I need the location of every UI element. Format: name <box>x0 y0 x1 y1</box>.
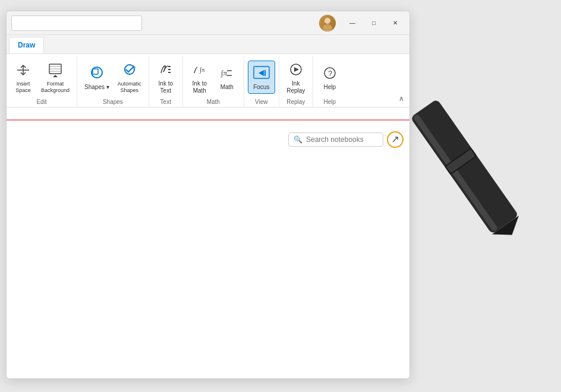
ribbon-group-math: ∫π Ink toMath ∫π Math <box>183 56 244 107</box>
replay-group-items: InkReplay <box>283 56 309 97</box>
red-line <box>7 119 409 121</box>
shapes-group-items: Shapes ▾ AutomaticShapes <box>81 56 145 97</box>
search-input[interactable] <box>306 135 377 144</box>
ink-to-math-label: Ink toMath <box>193 80 207 94</box>
ribbon-collapse-button[interactable]: ∧ <box>395 93 407 105</box>
help-label: Help <box>323 84 336 91</box>
search-bar-area: 🔍 <box>288 131 404 148</box>
svg-marker-23 <box>294 67 299 72</box>
title-bar-controls: — □ ✕ <box>319 15 405 31</box>
svg-rect-27 <box>413 114 499 232</box>
svg-point-0 <box>324 18 330 24</box>
svg-marker-8 <box>53 75 58 77</box>
svg-point-1 <box>323 24 332 31</box>
ribbon-group-view: Focus View <box>244 56 279 107</box>
avatar-image <box>319 15 336 31</box>
svg-marker-30 <box>492 216 526 244</box>
ribbon: InsertSpace FormatBackground <box>7 54 409 108</box>
avatar <box>319 15 336 31</box>
svg-rect-26 <box>410 99 519 234</box>
ink-to-math-icon: ∫π <box>190 60 209 79</box>
search-icon: 🔍 <box>294 135 302 144</box>
focus-icon <box>252 64 271 83</box>
svg-rect-28 <box>445 147 477 175</box>
pen-illustration <box>389 71 561 249</box>
svg-rect-10 <box>93 69 98 74</box>
ink-to-text-label: Ink toText <box>159 80 173 94</box>
svg-text:∫π: ∫π <box>199 66 205 74</box>
help-group-label: Help <box>323 97 336 107</box>
minimize-button[interactable]: — <box>343 15 362 31</box>
focus-label: Focus <box>253 84 269 91</box>
math-group-label: Math <box>207 97 220 107</box>
svg-text:?: ? <box>328 69 332 78</box>
automatic-shapes-label: AutomaticShapes <box>118 81 141 94</box>
shapes-button[interactable]: Shapes ▾ <box>81 61 113 93</box>
shapes-label: Shapes ▾ <box>84 84 109 91</box>
maximize-button[interactable]: □ <box>364 15 383 31</box>
text-group-items: Ink toText <box>153 56 179 97</box>
math-label: Math <box>220 84 234 91</box>
format-background-icon <box>46 61 65 80</box>
shapes-group-label: Shapes <box>103 97 123 107</box>
help-button[interactable]: ? Help <box>317 61 343 93</box>
expand-icon <box>391 135 399 144</box>
ribbon-group-replay: InkReplay Replay <box>279 56 313 107</box>
math-button[interactable]: ∫π Math <box>214 61 240 93</box>
edit-group-items: InsertSpace FormatBackground <box>10 56 73 97</box>
format-background-label: FormatBackground <box>41 81 70 94</box>
math-icon: ∫π <box>218 64 237 83</box>
insert-space-label: InsertSpace <box>15 81 31 94</box>
ink-to-text-icon <box>156 60 175 79</box>
ink-to-text-button[interactable]: Ink toText <box>153 58 179 97</box>
close-button[interactable]: ✕ <box>386 15 405 31</box>
edit-group-label: Edit <box>36 97 46 107</box>
ribbon-group-help: ? Help Help <box>313 56 346 107</box>
title-input[interactable] <box>11 15 142 31</box>
text-group-label: Text <box>160 97 171 107</box>
ink-replay-button[interactable]: InkReplay <box>283 58 309 97</box>
content-area: 🔍 <box>7 108 409 378</box>
format-background-button[interactable]: FormatBackground <box>37 58 73 96</box>
ink-to-math-button[interactable]: ∫π Ink toMath <box>187 58 213 97</box>
ink-replay-icon <box>286 60 305 79</box>
insert-space-button[interactable]: InsertSpace <box>10 58 36 96</box>
title-bar-left <box>11 15 319 31</box>
ink-replay-label: InkReplay <box>286 80 305 94</box>
ribbon-group-text: Ink toText Text <box>149 56 183 107</box>
shapes-icon <box>87 64 106 83</box>
search-box: 🔍 <box>288 132 383 147</box>
svg-text:∫π: ∫π <box>220 68 228 78</box>
title-bar: — □ ✕ <box>7 11 409 35</box>
view-group-label: View <box>255 97 268 107</box>
help-icon: ? <box>320 64 339 83</box>
view-group-items: Focus <box>248 56 275 97</box>
expand-button[interactable] <box>387 131 404 148</box>
replay-group-label: Replay <box>286 97 305 107</box>
app-window: — □ ✕ Draw <box>6 11 410 379</box>
automatic-shapes-icon <box>120 61 139 80</box>
focus-button[interactable]: Focus <box>248 61 275 94</box>
svg-marker-20 <box>259 70 264 76</box>
automatic-shapes-button[interactable]: AutomaticShapes <box>114 58 145 96</box>
ribbon-group-shapes: Shapes ▾ AutomaticShapes Shapes <box>77 56 149 107</box>
ribbon-group-edit: InsertSpace FormatBackground <box>7 56 77 107</box>
insert-space-icon <box>14 61 33 80</box>
math-group-items: ∫π Ink toMath ∫π Math <box>187 56 240 97</box>
svg-rect-29 <box>446 149 475 173</box>
help-group-items: ? Help <box>317 56 343 97</box>
ribbon-tabs-bar: Draw <box>7 35 409 54</box>
tab-draw[interactable]: Draw <box>9 37 44 53</box>
